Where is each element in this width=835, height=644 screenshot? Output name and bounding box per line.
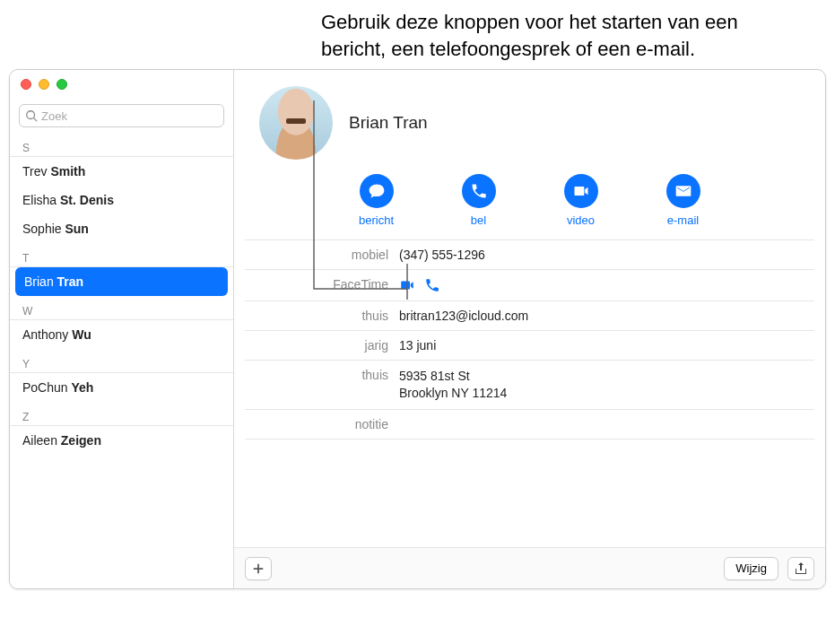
- field-address: thuis 5935 81st St Brooklyn NY 11214: [245, 360, 814, 409]
- share-icon: [794, 561, 808, 576]
- search-icon: [25, 109, 38, 122]
- quick-actions: bericht bel video e-mail: [234, 169, 825, 239]
- list-item[interactable]: Brian Tran: [15, 267, 228, 296]
- list-item[interactable]: Elisha St. Denis: [10, 186, 233, 214]
- share-button[interactable]: [787, 557, 814, 580]
- svg-line-1: [34, 118, 38, 122]
- add-contact-button[interactable]: [245, 557, 272, 580]
- edit-button[interactable]: Wijzig: [724, 557, 778, 580]
- minimize-button[interactable]: [39, 79, 49, 90]
- field-value[interactable]: (347) 555-1296: [399, 248, 805, 262]
- facetime-actions: [399, 277, 805, 293]
- list-item[interactable]: Trev Smith: [10, 157, 233, 186]
- call-label: bel: [471, 213, 486, 227]
- field-email: thuis britran123@icloud.com: [245, 300, 814, 330]
- video-button[interactable]: video: [552, 174, 610, 227]
- sidebar: STrev SmithElisha St. DenisSophie SunTBr…: [10, 70, 234, 588]
- field-mobile: mobiel (347) 555-1296: [245, 239, 814, 269]
- facetime-audio-icon[interactable]: [424, 277, 440, 293]
- help-callout: Gebruik deze knoppen voor het starten va…: [321, 9, 787, 69]
- zoom-button[interactable]: [57, 79, 67, 90]
- index-header: Z: [10, 405, 233, 426]
- field-label: jarig: [245, 338, 388, 352]
- field-label: FaceTime: [245, 277, 388, 293]
- field-value: 13 juni: [399, 338, 805, 352]
- email-button[interactable]: e-mail: [655, 174, 712, 227]
- message-icon: [368, 182, 386, 200]
- contact-list: STrev SmithElisha St. DenisSophie SunTBr…: [10, 133, 233, 588]
- field-value[interactable]: 5935 81st St Brooklyn NY 11214: [399, 368, 805, 402]
- index-header: T: [10, 247, 233, 267]
- message-label: bericht: [359, 213, 394, 227]
- contacts-window: STrev SmithElisha St. DenisSophie SunTBr…: [9, 69, 826, 589]
- close-button[interactable]: [21, 79, 31, 90]
- plus-icon: [252, 562, 265, 575]
- avatar[interactable]: [259, 86, 333, 160]
- detail-footer: Wijzig: [234, 547, 825, 588]
- list-item[interactable]: PoChun Yeh: [10, 373, 233, 402]
- video-icon: [572, 182, 590, 200]
- field-label: thuis: [245, 309, 388, 323]
- facetime-video-icon[interactable]: [399, 277, 415, 293]
- mail-icon: [674, 182, 692, 200]
- contact-detail: Brian Tran bericht bel video e-mail mob: [234, 70, 825, 588]
- field-value[interactable]: britran123@icloud.com: [399, 309, 805, 323]
- field-birthday: jarig 13 juni: [245, 330, 814, 360]
- phone-icon: [470, 182, 488, 200]
- index-header: Y: [10, 352, 233, 373]
- video-label: video: [567, 213, 595, 227]
- contact-name: Brian Tran: [349, 113, 428, 133]
- field-label: notitie: [245, 417, 388, 431]
- field-facetime: FaceTime: [245, 269, 814, 300]
- mail-label: e-mail: [667, 213, 699, 227]
- search-field[interactable]: [19, 104, 224, 127]
- list-item[interactable]: Sophie Sun: [10, 214, 233, 243]
- list-item[interactable]: Aileen Zeigen: [10, 426, 233, 455]
- field-note: notitie: [245, 409, 814, 439]
- svg-point-0: [27, 111, 35, 119]
- field-value[interactable]: [399, 417, 805, 431]
- search-input[interactable]: [41, 109, 218, 123]
- index-header: S: [10, 136, 233, 157]
- message-button[interactable]: bericht: [348, 174, 405, 227]
- call-button[interactable]: bel: [450, 174, 508, 227]
- list-item[interactable]: Anthony Wu: [10, 320, 233, 349]
- field-label: mobiel: [245, 248, 388, 262]
- index-header: W: [10, 300, 233, 320]
- contact-fields: mobiel (347) 555-1296 FaceTime thuis bri…: [245, 239, 814, 439]
- field-label: thuis: [245, 368, 388, 402]
- window-controls: [21, 79, 67, 90]
